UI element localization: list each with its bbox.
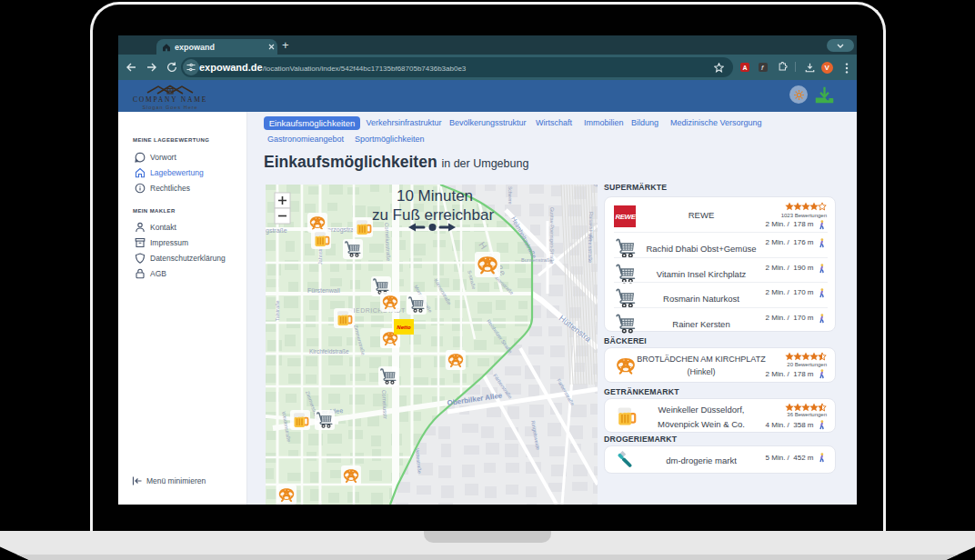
svg-text:gstraße: gstraße [266,227,287,235]
svg-text:Netto: Netto [397,325,411,330]
svg-text:zu Fuß erreichbar: zu Fuß erreichbar [372,206,494,224]
svg-text:COMPANY NAME: COMPANY NAME [133,95,207,104]
svg-text:Kirchfeldstraße: Kirchfeldstraße [309,348,349,355]
svg-text:10 Minuten: 10 Minuten [397,187,473,205]
svg-text:Bunsenstraße: Bunsenstraße [521,257,552,263]
svg-text:Slogan Goes Here: Slogan Goes Here [142,105,197,110]
svg-text:Schwere: Schwere [508,186,513,205]
svg-text:Talstraße: Talstraße [275,300,280,321]
svg-text:Fürstenwall: Fürstenwall [307,287,340,294]
svg-text:Anreisstraße: Anreisstraße [588,235,593,263]
svg-text:Gustav-Poensgen-Straße: Gustav-Poensgen-Straße [549,207,555,264]
